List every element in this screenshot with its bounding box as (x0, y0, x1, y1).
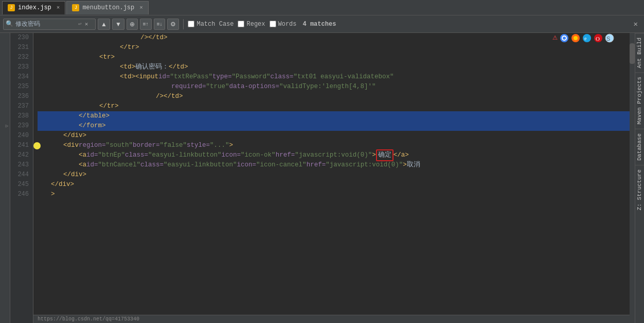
fold-237[interactable] (4, 101, 10, 111)
linenum-241: 241 (10, 141, 29, 150)
fold-bar: ▷ (4, 33, 10, 323)
code-line-238[interactable]: </table> (38, 111, 630, 121)
regex-checkbox[interactable] (238, 21, 244, 27)
linenum-230: 230 (10, 33, 29, 43)
tab-bar: J index.jsp × J menubutton.jsp × (0, 0, 644, 15)
linenum-235: 235 (10, 82, 29, 92)
code-line-246[interactable]: > (38, 190, 630, 199)
find-prev-button[interactable]: ▲ (98, 19, 110, 30)
linenum-239: 239 (10, 121, 29, 131)
regex-option[interactable]: Regex (238, 21, 265, 28)
code-line-237[interactable]: </tr> (38, 101, 630, 111)
fold-236[interactable] (4, 92, 10, 101)
fold-235[interactable] (4, 82, 10, 92)
code-line-244[interactable]: </div> (38, 170, 630, 180)
svg-point-4 (574, 36, 578, 40)
search-icon: 🔍 (6, 20, 13, 28)
fold-245[interactable] (4, 180, 10, 190)
browser-icons-area: ⚠ e O S (552, 33, 614, 43)
error-icon: ⚠ (552, 33, 558, 43)
code-area[interactable]: ⚠ e O S /></td> </tr> <tr> <td>确认密码：</td… (33, 33, 630, 323)
chrome-icon (560, 33, 569, 43)
sidebar-tab-database[interactable]: Database (635, 129, 644, 165)
linenum-242: 242 (10, 150, 29, 160)
code-line-231[interactable]: </tr> (38, 43, 630, 53)
left-gutter (0, 33, 4, 323)
linenum-245: 245 (10, 180, 29, 190)
linenum-246: 246 (10, 190, 29, 199)
fold-238[interactable] (4, 111, 10, 121)
code-line-235[interactable]: required="true" data-options="validType:… (38, 82, 630, 92)
code-line-236[interactable]: /></td> (38, 92, 630, 101)
regex-label: Regex (246, 21, 265, 28)
tab-menubutton-label: menubutton.jsp (82, 4, 134, 11)
code-line-233[interactable]: <td>确认密码：</td> (38, 62, 630, 72)
svg-text:e: e (584, 36, 587, 41)
opera-icon: O (594, 33, 603, 43)
fold-241[interactable] (4, 141, 10, 150)
fold-233[interactable] (4, 62, 10, 72)
find-option-btn1[interactable]: ⊕ (127, 19, 138, 30)
sidebar-tab-maven[interactable]: Maven Projects (635, 72, 644, 128)
find-clear-icon[interactable]: ✕ (85, 21, 88, 27)
find-options: Match Case Regex Words (188, 21, 296, 28)
linenum-236: 236 (10, 92, 29, 101)
linenum-237: 237 (10, 101, 29, 111)
find-option-btn2[interactable]: ≡↑ (140, 19, 152, 30)
fold-243[interactable] (4, 160, 10, 170)
fold-234[interactable] (4, 72, 10, 82)
find-bar: 🔍 ↩ ✕ ▲ ▼ ⊕ ≡↑ ≡↓ ⚙ Match Case Regex Wor… (0, 15, 644, 33)
linenum-240: 240 (10, 131, 29, 141)
sidebar-tab-structure[interactable]: Z: Structure (635, 165, 644, 214)
fold-246[interactable] (4, 190, 10, 199)
words-checkbox[interactable] (270, 21, 276, 27)
code-line-240[interactable]: </div> (38, 131, 630, 141)
code-line-241[interactable]: <div region="south" border="false" style… (38, 141, 630, 150)
code-line-230[interactable]: /></td> (38, 33, 630, 43)
code-line-245[interactable]: </div> (38, 180, 630, 190)
editor: ▷ 230 231 232 233 234 235 236 237 238 23… (0, 33, 644, 323)
find-back-arrow[interactable]: ↩ (78, 21, 82, 27)
match-case-checkbox[interactable] (188, 21, 194, 27)
code-line-234[interactable]: <td><input id="txtRePass" type="Password… (38, 72, 630, 82)
match-case-label: Match Case (196, 21, 234, 28)
linenum-233: 233 (10, 62, 29, 72)
find-close-button[interactable]: ✕ (631, 19, 641, 29)
scroll-thumb[interactable] (630, 43, 635, 64)
fold-240[interactable] (4, 131, 10, 141)
sidebar-tab-ant[interactable]: Ant Build (635, 33, 644, 72)
tab-menubutton[interactable]: J menubutton.jsp × (66, 1, 148, 14)
code-line-243[interactable]: <a id="btnCancel" class="easyui-linkbutt… (38, 160, 630, 170)
fold-244[interactable] (4, 170, 10, 180)
right-sidebar: Ant Build Maven Projects Database Z: Str… (635, 33, 644, 323)
linenum-231: 231 (10, 43, 29, 53)
find-next-button[interactable]: ▼ (112, 19, 124, 30)
search-input[interactable] (15, 21, 77, 28)
line-numbers: 230 231 232 233 234 235 236 237 238 239 … (10, 33, 33, 323)
match-case-option[interactable]: Match Case (188, 21, 234, 28)
fold-239[interactable]: ▷ (4, 121, 10, 131)
vertical-scrollbar[interactable] (630, 33, 635, 323)
tab-index[interactable]: J index.jsp × (2, 1, 65, 14)
tab-menubutton-close[interactable]: × (139, 5, 143, 11)
linenum-243: 243 (10, 160, 29, 170)
code-line-242[interactable]: <a id="btnEp" class="easyui-linkbutton" … (38, 150, 630, 160)
code-line-239[interactable]: </form> (38, 121, 630, 131)
linenum-238: 238 (10, 111, 29, 121)
find-option-btn3[interactable]: ≡↓ (154, 19, 166, 30)
fold-242[interactable] (4, 150, 10, 160)
fold-232[interactable] (4, 53, 10, 62)
bottom-bar: https://blog.csdn.net/qq=41753340 (33, 315, 630, 323)
svg-text:O: O (596, 36, 600, 42)
fold-231[interactable] (4, 43, 10, 53)
fold-230[interactable] (4, 33, 10, 43)
tab-index-close[interactable]: × (57, 5, 60, 11)
find-settings-button[interactable]: ⚙ (167, 19, 179, 30)
svg-point-2 (563, 37, 566, 40)
code-line-232[interactable]: <tr> (38, 53, 630, 62)
words-label: Words (278, 21, 297, 28)
ie-icon: e (582, 33, 592, 43)
find-separator-1 (183, 19, 184, 29)
firefox-icon (571, 33, 580, 43)
words-option[interactable]: Words (270, 21, 297, 28)
